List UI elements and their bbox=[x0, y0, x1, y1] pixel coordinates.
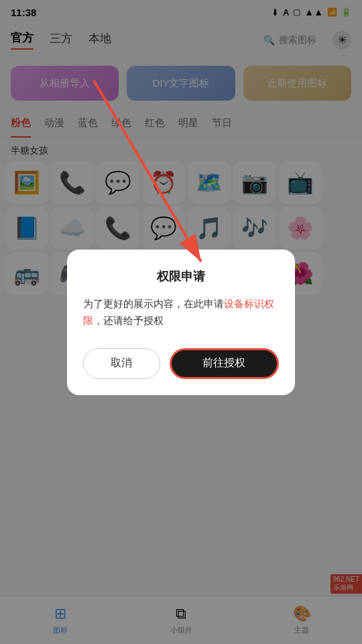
dialog-body: 为了更好的展示内容，在此申请设备标识权限，还请给予授权 bbox=[83, 295, 279, 329]
modal-overlay: 权限申请 为了更好的展示内容，在此申请设备标识权限，还请给予授权 取消 前往授权 bbox=[0, 0, 362, 644]
dialog-body-text1: 为了更好的展示内容，在此申请 bbox=[83, 298, 224, 309]
permission-dialog: 权限申请 为了更好的展示内容，在此申请设备标识权限，还请给予授权 取消 前往授权 bbox=[67, 250, 295, 395]
cancel-button[interactable]: 取消 bbox=[83, 348, 160, 379]
svg-line-1 bbox=[94, 80, 201, 262]
confirm-button[interactable]: 前往授权 bbox=[170, 348, 280, 379]
dialog-actions: 取消 前往授权 bbox=[83, 348, 279, 379]
dialog-body-text2: ，还请给予授权 bbox=[93, 315, 164, 326]
dialog-title: 权限申请 bbox=[83, 268, 279, 284]
